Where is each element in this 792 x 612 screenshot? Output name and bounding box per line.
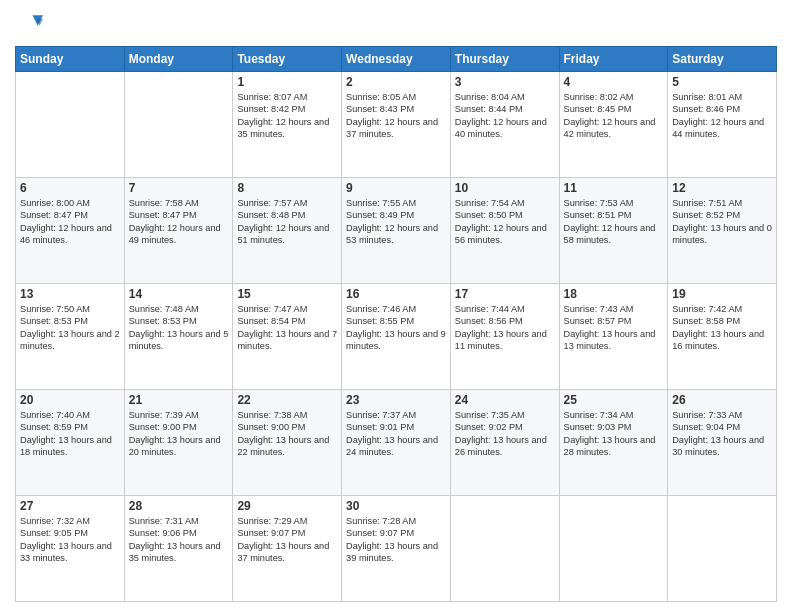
cell-content: Sunrise: 7:50 AM Sunset: 8:53 PM Dayligh… [20,303,120,353]
cell-content: Sunrise: 7:29 AM Sunset: 9:07 PM Dayligh… [237,515,337,565]
cell-content: Sunrise: 7:48 AM Sunset: 8:53 PM Dayligh… [129,303,229,353]
cell-content: Sunrise: 7:47 AM Sunset: 8:54 PM Dayligh… [237,303,337,353]
cell-content: Sunrise: 7:46 AM Sunset: 8:55 PM Dayligh… [346,303,446,353]
calendar-row: 6Sunrise: 8:00 AM Sunset: 8:47 PM Daylig… [16,178,777,284]
calendar-cell: 3Sunrise: 8:04 AM Sunset: 8:44 PM Daylig… [450,72,559,178]
day-number: 23 [346,393,446,407]
day-number: 7 [129,181,229,195]
cell-content: Sunrise: 8:04 AM Sunset: 8:44 PM Dayligh… [455,91,555,141]
logo-icon [15,10,43,38]
weekday-header-friday: Friday [559,47,668,72]
calendar-cell: 30Sunrise: 7:28 AM Sunset: 9:07 PM Dayli… [342,496,451,602]
day-number: 22 [237,393,337,407]
cell-content: Sunrise: 8:02 AM Sunset: 8:45 PM Dayligh… [564,91,664,141]
calendar-cell: 5Sunrise: 8:01 AM Sunset: 8:46 PM Daylig… [668,72,777,178]
calendar-cell: 22Sunrise: 7:38 AM Sunset: 9:00 PM Dayli… [233,390,342,496]
day-number: 10 [455,181,555,195]
day-number: 18 [564,287,664,301]
cell-content: Sunrise: 7:38 AM Sunset: 9:00 PM Dayligh… [237,409,337,459]
cell-content: Sunrise: 7:58 AM Sunset: 8:47 PM Dayligh… [129,197,229,247]
day-number: 8 [237,181,337,195]
day-number: 17 [455,287,555,301]
cell-content: Sunrise: 7:40 AM Sunset: 8:59 PM Dayligh… [20,409,120,459]
day-number: 11 [564,181,664,195]
day-number: 13 [20,287,120,301]
calendar-cell: 10Sunrise: 7:54 AM Sunset: 8:50 PM Dayli… [450,178,559,284]
calendar-row: 13Sunrise: 7:50 AM Sunset: 8:53 PM Dayli… [16,284,777,390]
calendar-cell: 12Sunrise: 7:51 AM Sunset: 8:52 PM Dayli… [668,178,777,284]
calendar-cell [450,496,559,602]
page-container: SundayMondayTuesdayWednesdayThursdayFrid… [0,0,792,612]
calendar-cell: 15Sunrise: 7:47 AM Sunset: 8:54 PM Dayli… [233,284,342,390]
day-number: 21 [129,393,229,407]
calendar-cell: 25Sunrise: 7:34 AM Sunset: 9:03 PM Dayli… [559,390,668,496]
day-number: 1 [237,75,337,89]
weekday-header-saturday: Saturday [668,47,777,72]
weekday-header-monday: Monday [124,47,233,72]
cell-content: Sunrise: 8:00 AM Sunset: 8:47 PM Dayligh… [20,197,120,247]
calendar-cell: 4Sunrise: 8:02 AM Sunset: 8:45 PM Daylig… [559,72,668,178]
calendar-table: SundayMondayTuesdayWednesdayThursdayFrid… [15,46,777,602]
calendar-cell: 14Sunrise: 7:48 AM Sunset: 8:53 PM Dayli… [124,284,233,390]
calendar-cell: 29Sunrise: 7:29 AM Sunset: 9:07 PM Dayli… [233,496,342,602]
day-number: 16 [346,287,446,301]
calendar-cell: 24Sunrise: 7:35 AM Sunset: 9:02 PM Dayli… [450,390,559,496]
calendar-cell: 17Sunrise: 7:44 AM Sunset: 8:56 PM Dayli… [450,284,559,390]
calendar-cell: 20Sunrise: 7:40 AM Sunset: 8:59 PM Dayli… [16,390,125,496]
cell-content: Sunrise: 7:44 AM Sunset: 8:56 PM Dayligh… [455,303,555,353]
day-number: 24 [455,393,555,407]
cell-content: Sunrise: 7:54 AM Sunset: 8:50 PM Dayligh… [455,197,555,247]
calendar-row: 20Sunrise: 7:40 AM Sunset: 8:59 PM Dayli… [16,390,777,496]
day-number: 26 [672,393,772,407]
calendar-row: 1Sunrise: 8:07 AM Sunset: 8:42 PM Daylig… [16,72,777,178]
calendar-cell: 8Sunrise: 7:57 AM Sunset: 8:48 PM Daylig… [233,178,342,284]
calendar-cell: 18Sunrise: 7:43 AM Sunset: 8:57 PM Dayli… [559,284,668,390]
calendar-cell: 6Sunrise: 8:00 AM Sunset: 8:47 PM Daylig… [16,178,125,284]
calendar-body: 1Sunrise: 8:07 AM Sunset: 8:42 PM Daylig… [16,72,777,602]
day-number: 20 [20,393,120,407]
cell-content: Sunrise: 7:32 AM Sunset: 9:05 PM Dayligh… [20,515,120,565]
calendar-cell [124,72,233,178]
weekday-header-sunday: Sunday [16,47,125,72]
day-number: 2 [346,75,446,89]
cell-content: Sunrise: 8:07 AM Sunset: 8:42 PM Dayligh… [237,91,337,141]
day-number: 6 [20,181,120,195]
weekday-row: SundayMondayTuesdayWednesdayThursdayFrid… [16,47,777,72]
day-number: 27 [20,499,120,513]
cell-content: Sunrise: 7:55 AM Sunset: 8:49 PM Dayligh… [346,197,446,247]
day-number: 12 [672,181,772,195]
cell-content: Sunrise: 7:39 AM Sunset: 9:00 PM Dayligh… [129,409,229,459]
calendar-cell: 19Sunrise: 7:42 AM Sunset: 8:58 PM Dayli… [668,284,777,390]
day-number: 19 [672,287,772,301]
calendar-header: SundayMondayTuesdayWednesdayThursdayFrid… [16,47,777,72]
day-number: 14 [129,287,229,301]
weekday-header-wednesday: Wednesday [342,47,451,72]
calendar-row: 27Sunrise: 7:32 AM Sunset: 9:05 PM Dayli… [16,496,777,602]
calendar-cell: 26Sunrise: 7:33 AM Sunset: 9:04 PM Dayli… [668,390,777,496]
day-number: 15 [237,287,337,301]
cell-content: Sunrise: 7:51 AM Sunset: 8:52 PM Dayligh… [672,197,772,247]
calendar-cell [559,496,668,602]
cell-content: Sunrise: 7:34 AM Sunset: 9:03 PM Dayligh… [564,409,664,459]
calendar-cell: 9Sunrise: 7:55 AM Sunset: 8:49 PM Daylig… [342,178,451,284]
cell-content: Sunrise: 7:33 AM Sunset: 9:04 PM Dayligh… [672,409,772,459]
calendar-cell: 2Sunrise: 8:05 AM Sunset: 8:43 PM Daylig… [342,72,451,178]
calendar-cell: 16Sunrise: 7:46 AM Sunset: 8:55 PM Dayli… [342,284,451,390]
day-number: 5 [672,75,772,89]
cell-content: Sunrise: 7:31 AM Sunset: 9:06 PM Dayligh… [129,515,229,565]
day-number: 25 [564,393,664,407]
calendar-cell: 13Sunrise: 7:50 AM Sunset: 8:53 PM Dayli… [16,284,125,390]
calendar-cell: 27Sunrise: 7:32 AM Sunset: 9:05 PM Dayli… [16,496,125,602]
cell-content: Sunrise: 8:01 AM Sunset: 8:46 PM Dayligh… [672,91,772,141]
day-number: 4 [564,75,664,89]
cell-content: Sunrise: 7:57 AM Sunset: 8:48 PM Dayligh… [237,197,337,247]
cell-content: Sunrise: 8:05 AM Sunset: 8:43 PM Dayligh… [346,91,446,141]
page-header [15,10,777,38]
calendar-cell: 11Sunrise: 7:53 AM Sunset: 8:51 PM Dayli… [559,178,668,284]
cell-content: Sunrise: 7:42 AM Sunset: 8:58 PM Dayligh… [672,303,772,353]
calendar-cell: 23Sunrise: 7:37 AM Sunset: 9:01 PM Dayli… [342,390,451,496]
day-number: 9 [346,181,446,195]
cell-content: Sunrise: 7:53 AM Sunset: 8:51 PM Dayligh… [564,197,664,247]
calendar-cell: 7Sunrise: 7:58 AM Sunset: 8:47 PM Daylig… [124,178,233,284]
day-number: 30 [346,499,446,513]
